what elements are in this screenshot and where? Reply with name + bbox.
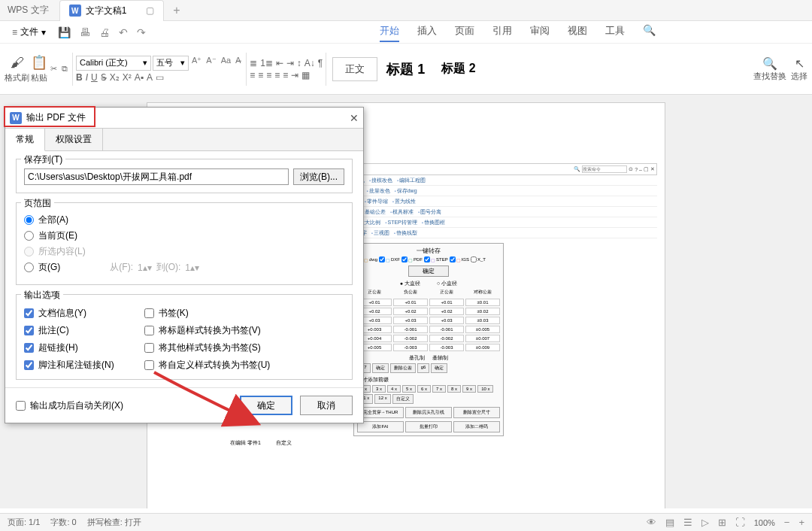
status-words[interactable]: 字数: 0 xyxy=(50,517,76,528)
indent-dec-icon[interactable]: ⇤ xyxy=(276,58,283,68)
file-menu-button[interactable]: ≡ 文件 ▾ xyxy=(6,24,52,40)
tolerance-cell[interactable]: -0.003 xyxy=(393,344,428,351)
strike-icon[interactable]: S̶ xyxy=(101,72,107,83)
save-icon[interactable]: 💾 xyxy=(55,26,74,38)
numbering-icon[interactable]: 1≣ xyxy=(260,58,273,68)
shading-icon[interactable]: ▭ xyxy=(156,72,164,83)
align-center-icon[interactable]: ≡ xyxy=(258,70,263,80)
tab-general[interactable]: 常规 xyxy=(5,129,45,151)
underline-icon[interactable]: U xyxy=(91,72,98,83)
align-left-icon[interactable]: ≡ xyxy=(250,70,255,80)
bullets-icon[interactable]: ≣ xyxy=(250,58,257,68)
font-size-select[interactable]: 五号▾ xyxy=(153,56,189,71)
tolerance-cell[interactable]: -0.002 xyxy=(393,335,428,342)
spacing-icon[interactable]: ↕ xyxy=(297,58,301,68)
prefix-button[interactable]: 8 x xyxy=(447,385,461,393)
from-spin[interactable]: 1▴▾ xyxy=(138,262,152,273)
style-body[interactable]: 正文 xyxy=(332,57,377,81)
play-icon[interactable]: ▷ xyxy=(701,517,709,528)
tolerance-cell[interactable]: -0.002 xyxy=(429,335,464,342)
close-icon[interactable]: ✕ xyxy=(350,112,359,124)
page-layout-icon[interactable]: ▤ xyxy=(665,517,674,528)
prefix-button[interactable]: 12 x xyxy=(374,394,390,404)
tab-reference[interactable]: 引用 xyxy=(492,24,512,41)
chk-hyperlink[interactable]: 超链接(H) xyxy=(24,341,114,354)
chk-heading-bookmark[interactable]: 将标题样式转换为书签(V) xyxy=(144,324,271,337)
prefix-button[interactable]: 自定义 xyxy=(392,394,414,404)
print-preview-icon[interactable]: 🖨 xyxy=(96,26,113,38)
tab-view[interactable]: 视图 xyxy=(568,24,587,41)
style-heading2[interactable]: 标题 2 xyxy=(434,61,483,77)
font-color-icon[interactable]: A xyxy=(147,72,153,83)
tab-permissions[interactable]: 权限设置 xyxy=(45,129,103,150)
zoom-out-icon[interactable]: − xyxy=(784,517,790,528)
zoom-level[interactable]: 100% xyxy=(754,518,775,527)
prefix-button[interactable]: 3 x xyxy=(372,385,386,393)
paste-button[interactable]: 📋 粘贴 xyxy=(31,54,47,83)
distribute-icon[interactable]: ≡ xyxy=(283,70,288,80)
dialog-titlebar[interactable]: W 输出 PDF 文件 ✕ xyxy=(5,108,363,129)
status-page[interactable]: 页面: 1/1 xyxy=(8,517,40,528)
tolerance-cell[interactable]: +0.03 xyxy=(429,317,464,324)
change-case-icon[interactable]: Aa xyxy=(220,56,232,71)
radio-pages[interactable]: 页(G) 从(F): 1▴▾ 到(O): 1▴▾ xyxy=(24,261,344,274)
prefix-button[interactable]: 7 x xyxy=(432,385,446,393)
tolerance-cell[interactable]: +0.01 xyxy=(393,299,428,306)
tab-page[interactable]: 页面 xyxy=(455,24,474,41)
tolerance-cell[interactable]: ±0.007 xyxy=(465,335,500,342)
tolerance-cell[interactable]: +0.01 xyxy=(429,299,464,306)
highlight-icon[interactable]: A▪ xyxy=(135,72,144,83)
tolerance-cell[interactable]: -0.001 xyxy=(429,326,464,333)
align-right-icon[interactable]: ≡ xyxy=(266,70,271,80)
tolerance-cell[interactable]: -0.003 xyxy=(429,344,464,351)
tolerance-cell[interactable]: +0.02 xyxy=(393,308,428,315)
tab-restore-icon[interactable]: ▢ xyxy=(146,5,154,16)
chk-other-bookmark[interactable]: 将其他样式转换为书签(S) xyxy=(144,341,271,354)
cancel-button[interactable]: 取消 xyxy=(300,396,353,415)
find-replace-button[interactable]: 🔍 查找替换 xyxy=(753,56,786,82)
tab-start[interactable]: 开始 xyxy=(380,24,399,41)
tolerance-cell[interactable]: +0.02 xyxy=(429,308,464,315)
web-layout-icon[interactable]: ⊞ xyxy=(718,517,726,528)
chk-custom-bookmark[interactable]: 将自定义样式转换为书签(U) xyxy=(144,359,271,372)
tolerance-cell[interactable]: ±0.005 xyxy=(465,326,500,333)
to-spin[interactable]: 1▴▾ xyxy=(185,262,199,273)
indent-inc-icon[interactable]: ⇥ xyxy=(286,58,294,68)
tolerance-cell[interactable]: ±0.03 xyxy=(465,317,500,324)
sub-icon[interactable]: X₂ xyxy=(110,72,120,83)
redo-icon[interactable]: ↷ xyxy=(134,26,149,38)
toolbox-search[interactable] xyxy=(582,165,627,173)
outline-icon[interactable]: ☰ xyxy=(683,517,692,528)
tab-tools[interactable]: 工具 xyxy=(605,24,625,41)
border-icon[interactable]: ▦ xyxy=(301,70,310,80)
prefix-button[interactable]: 9 x xyxy=(462,385,476,393)
justify-icon[interactable]: ≡ xyxy=(274,70,280,80)
italic-icon[interactable]: I xyxy=(86,72,88,83)
status-spell[interactable]: 拼写检查: 打开 xyxy=(87,517,141,528)
marks-icon[interactable]: ¶ xyxy=(318,58,323,68)
chk-comment[interactable]: 批注(C) xyxy=(24,324,114,337)
radio-all[interactable]: 全部(A) xyxy=(24,214,344,226)
tab-icon[interactable]: ⇥ xyxy=(291,70,298,80)
ok-button[interactable]: 确定 xyxy=(240,396,292,415)
copy-icon[interactable]: ⧉ xyxy=(60,64,69,74)
clear-format-icon[interactable]: A̶ xyxy=(234,56,243,71)
print-icon[interactable]: 🖶 xyxy=(77,26,93,38)
bold-icon[interactable]: B xyxy=(76,72,83,83)
eye-icon[interactable]: 👁 xyxy=(647,517,656,528)
add-tab-button[interactable]: + xyxy=(164,4,189,17)
tolerance-cell[interactable]: -0.001 xyxy=(393,326,428,333)
decrease-font-icon[interactable]: A⁻ xyxy=(205,56,217,71)
sup-icon[interactable]: X² xyxy=(123,72,132,83)
font-family-select[interactable]: Calibri (正文)▾ xyxy=(76,56,151,71)
save-path-input[interactable] xyxy=(24,168,289,185)
prefix-button[interactable]: 5 x xyxy=(402,385,416,393)
style-heading1[interactable]: 标题 1 xyxy=(379,60,432,78)
tolerance-cell[interactable]: ±0.009 xyxy=(465,344,500,351)
tab-insert[interactable]: 插入 xyxy=(417,24,437,41)
chk-close-after[interactable]: 输出成功后自动关闭(X) xyxy=(16,399,123,412)
chk-footnote[interactable]: 脚注和尾注链接(N) xyxy=(24,359,114,372)
document-tab[interactable]: W 文字文稿1 ▢ xyxy=(59,0,165,21)
tolerance-cell[interactable]: ±0.02 xyxy=(465,308,500,315)
undo-icon[interactable]: ↶ xyxy=(116,26,131,38)
